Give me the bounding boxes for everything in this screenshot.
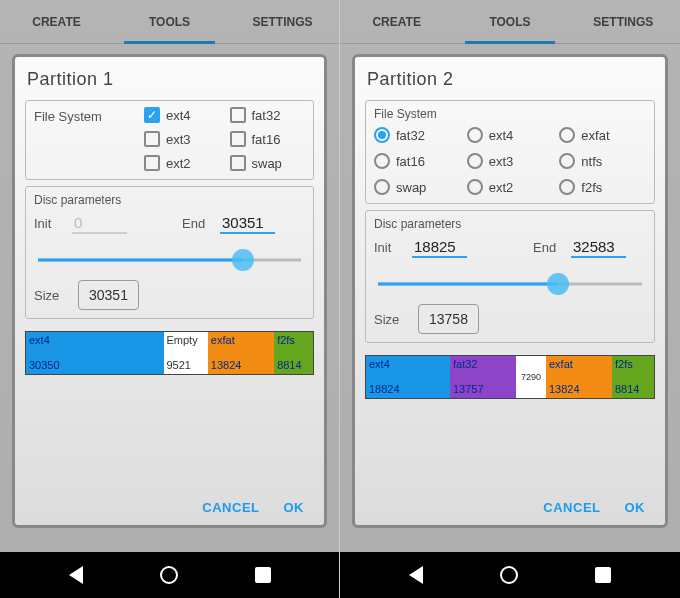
fs-option-ext3[interactable]: ext3 [144, 131, 220, 147]
fs-option-label: ext4 [489, 128, 514, 143]
segment-size: 13824 [211, 359, 271, 372]
checkbox-icon [230, 131, 246, 147]
partition-segment-empty: 7290 [516, 356, 546, 398]
segment-size: 9521 [167, 359, 205, 372]
radio-icon [559, 127, 575, 143]
filesystem-label: File System [374, 107, 646, 121]
phone-right: CREATE TOOLS SETTINGS Partition 2 File S… [340, 0, 680, 598]
partition-segment-f2fs: f2fs8814 [612, 356, 654, 398]
segment-name: Empty [167, 334, 205, 347]
checkbox-icon [144, 155, 160, 171]
home-icon[interactable] [160, 566, 178, 584]
end-label: End [182, 216, 210, 231]
radio-icon [467, 153, 483, 169]
back-icon[interactable] [69, 566, 83, 584]
segment-size: 8814 [277, 359, 310, 372]
fs-option-ext2[interactable]: ext2 [467, 179, 554, 195]
fs-option-label: fat32 [252, 108, 281, 123]
ok-button[interactable]: OK [284, 500, 305, 515]
fs-option-label: swap [252, 156, 282, 171]
segment-name: exfat [549, 358, 609, 371]
fs-option-exfat[interactable]: exfat [559, 127, 646, 143]
segment-size: 30350 [29, 359, 161, 372]
partition-dialog: Partition 1 File System ✓ext4fat32ext3fa… [12, 54, 327, 528]
fs-option-label: ext2 [489, 180, 514, 195]
fs-option-label: f2fs [581, 180, 602, 195]
ok-button[interactable]: OK [625, 500, 646, 515]
filesystem-panel: File System ✓ext4fat32ext3fat16ext2swap [25, 100, 314, 180]
fs-option-label: exfat [581, 128, 609, 143]
fs-option-fat16[interactable]: fat16 [374, 153, 461, 169]
segment-size: 7290 [521, 372, 541, 383]
partition-segment-ext4: ext430350 [26, 332, 164, 374]
fs-option-fat32[interactable]: fat32 [230, 107, 306, 123]
radio-icon [467, 127, 483, 143]
radio-icon [374, 127, 390, 143]
radio-icon [559, 179, 575, 195]
filesystem-label: File System [34, 109, 102, 124]
partition-segment-fat32: fat3213757 [450, 356, 516, 398]
segment-name: ext4 [29, 334, 161, 347]
fs-option-label: ext3 [166, 132, 191, 147]
dialog-title: Partition 1 [25, 65, 314, 100]
cancel-button[interactable]: CANCEL [202, 500, 259, 515]
radio-icon [374, 179, 390, 195]
fs-option-label: ext2 [166, 156, 191, 171]
radio-icon [374, 153, 390, 169]
partition-segment-Empty: Empty9521 [164, 332, 208, 374]
partition-segment-exfat: exfat13824 [546, 356, 612, 398]
fs-option-label: ntfs [581, 154, 602, 169]
init-field[interactable]: 0 [72, 213, 127, 234]
disc-params-panel: Disc parameters Init 18825 End 32583 Siz… [365, 210, 655, 343]
segment-size: 8814 [615, 383, 651, 396]
disc-params-panel: Disc parameters Init 0 End 30351 Size 30… [25, 186, 314, 319]
checkbox-icon [230, 155, 246, 171]
size-field[interactable]: 30351 [78, 280, 139, 310]
fs-option-label: swap [396, 180, 426, 195]
fs-option-label: fat16 [252, 132, 281, 147]
cancel-button[interactable]: CANCEL [543, 500, 600, 515]
segment-size: 13824 [549, 383, 609, 396]
fs-option-ext3[interactable]: ext3 [467, 153, 554, 169]
segment-name: fat32 [453, 358, 513, 371]
size-slider[interactable] [38, 248, 301, 272]
init-field[interactable]: 18825 [412, 237, 467, 258]
home-icon[interactable] [500, 566, 518, 584]
fs-option-fat16[interactable]: fat16 [230, 131, 306, 147]
segment-name: f2fs [615, 358, 651, 371]
end-field[interactable]: 30351 [220, 213, 275, 234]
partition-dialog: Partition 2 File System fat32ext4exfatfa… [352, 54, 668, 528]
size-field[interactable]: 13758 [418, 304, 479, 334]
radio-icon [559, 153, 575, 169]
back-icon[interactable] [409, 566, 423, 584]
fs-option-ntfs[interactable]: ntfs [559, 153, 646, 169]
android-navbar [340, 552, 680, 598]
size-slider[interactable] [378, 272, 642, 296]
fs-option-ext4[interactable]: ext4 [467, 127, 554, 143]
recent-icon[interactable] [255, 567, 271, 583]
fs-option-label: fat16 [396, 154, 425, 169]
fs-option-swap[interactable]: swap [374, 179, 461, 195]
fs-option-ext4[interactable]: ✓ext4 [144, 107, 220, 123]
segment-name: exfat [211, 334, 271, 347]
fs-option-ext2[interactable]: ext2 [144, 155, 220, 171]
segment-size: 13757 [453, 383, 513, 396]
checkbox-icon [230, 107, 246, 123]
fs-option-swap[interactable]: swap [230, 155, 306, 171]
radio-icon [467, 179, 483, 195]
partition-bar: ext418824fat32137577290exfat13824f2fs881… [365, 355, 655, 399]
fs-option-label: fat32 [396, 128, 425, 143]
init-label: Init [374, 240, 402, 255]
fs-option-fat32[interactable]: fat32 [374, 127, 461, 143]
partition-segment-exfat: exfat13824 [208, 332, 274, 374]
segment-size: 18824 [369, 383, 447, 396]
fs-option-f2fs[interactable]: f2fs [559, 179, 646, 195]
dialog-title: Partition 2 [365, 65, 655, 100]
partition-segment-f2fs: f2fs8814 [274, 332, 313, 374]
android-navbar [0, 552, 339, 598]
checkbox-icon: ✓ [144, 107, 160, 123]
fs-option-label: ext3 [489, 154, 514, 169]
end-field[interactable]: 32583 [571, 237, 626, 258]
recent-icon[interactable] [595, 567, 611, 583]
fs-option-label: ext4 [166, 108, 191, 123]
